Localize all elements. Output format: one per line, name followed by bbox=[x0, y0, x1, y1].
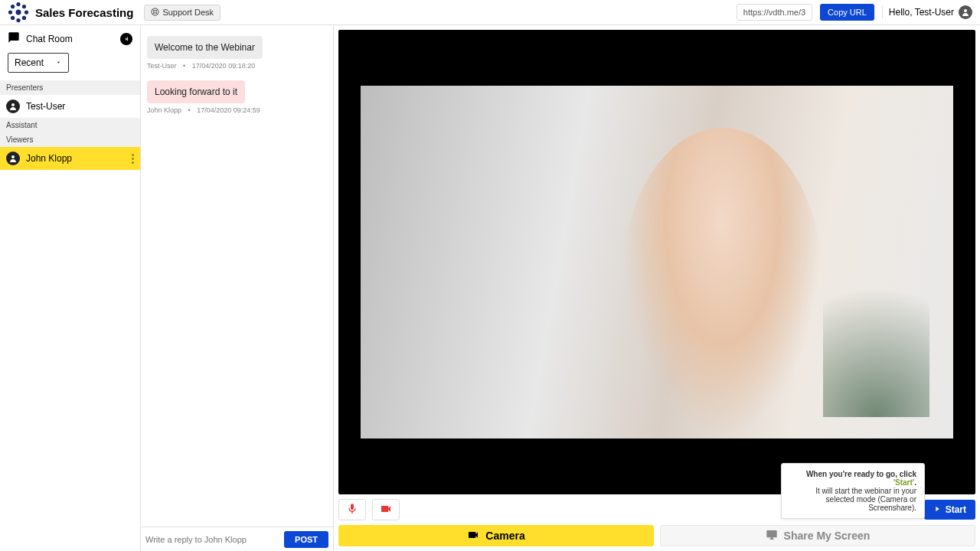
user-greeting: Hello, Test-User bbox=[882, 5, 972, 19]
meta-separator: • bbox=[183, 62, 185, 70]
chat-time: 17/04/2020 09:24:59 bbox=[197, 106, 260, 114]
viewer-name: John Klopp bbox=[26, 153, 72, 164]
mode-camera-label: Camera bbox=[485, 530, 524, 542]
more-icon[interactable] bbox=[132, 154, 134, 164]
expand-icon[interactable] bbox=[120, 33, 132, 45]
svg-point-10 bbox=[154, 10, 157, 13]
mic-toggle-button[interactable] bbox=[338, 499, 366, 520]
chat-author: John Klopp bbox=[147, 106, 181, 114]
chat-time: 17/04/2020 09:18:20 bbox=[192, 62, 256, 70]
greeting-text: Hello, Test-User bbox=[889, 7, 954, 18]
mode-screenshare-button[interactable]: Share My Screen bbox=[660, 525, 975, 546]
chat-room-header: Chat Room bbox=[0, 25, 140, 53]
video-camera-icon bbox=[467, 529, 479, 543]
participants-sidebar: Chat Room Recent Presenters Test-User As… bbox=[0, 25, 141, 551]
user-avatar-icon[interactable] bbox=[959, 5, 972, 19]
svg-point-2 bbox=[16, 18, 20, 22]
header-right: https://vdth.me/3 Copy URL Hello, Test-U… bbox=[737, 4, 972, 21]
svg-point-4 bbox=[24, 10, 28, 14]
section-assistant: Assistant bbox=[0, 118, 140, 132]
svg-point-0 bbox=[16, 10, 21, 15]
support-desk-label: Support Desk bbox=[162, 8, 214, 17]
svg-point-8 bbox=[22, 16, 26, 20]
media-controls: When you're ready to go, click 'Start'. … bbox=[338, 494, 975, 520]
play-icon bbox=[933, 504, 941, 515]
chat-column: Welcome to the Webinar Test-User • 17/04… bbox=[141, 25, 334, 551]
tooltip-line1a: When you're ready to go, click bbox=[806, 470, 916, 478]
compose-bar: POST bbox=[141, 527, 333, 551]
video-preview bbox=[338, 30, 975, 494]
life-ring-icon bbox=[151, 8, 159, 18]
svg-rect-16 bbox=[127, 37, 128, 41]
main-stage: When you're ready to go, click 'Start'. … bbox=[334, 25, 980, 551]
svg-point-7 bbox=[11, 16, 15, 20]
tooltip-start-word: 'Start' bbox=[893, 478, 915, 487]
sort-select-label: Recent bbox=[15, 57, 44, 68]
microphone-icon bbox=[346, 503, 358, 517]
monitor-icon bbox=[766, 529, 778, 543]
chat-author: Test-User bbox=[147, 62, 177, 70]
meta-separator: • bbox=[188, 106, 191, 114]
svg-point-1 bbox=[16, 2, 20, 6]
svg-point-18 bbox=[11, 155, 15, 158]
sort-select[interactable]: Recent bbox=[8, 53, 69, 73]
chat-message-meta: John Klopp • 17/04/2020 09:24:59 bbox=[147, 106, 327, 114]
start-button[interactable]: Start bbox=[924, 500, 975, 520]
presenter-row[interactable]: Test-User bbox=[0, 95, 140, 118]
svg-point-3 bbox=[8, 10, 12, 14]
camera-toggle-button[interactable] bbox=[372, 499, 400, 520]
support-desk-button[interactable]: Support Desk bbox=[144, 5, 220, 21]
section-viewers: Viewers bbox=[0, 132, 140, 147]
chat-message: Looking forward to it bbox=[147, 80, 245, 103]
tooltip-line1c: . bbox=[914, 478, 916, 487]
start-label: Start bbox=[946, 504, 966, 515]
mode-selector: Camera Share My Screen bbox=[338, 520, 975, 546]
svg-point-17 bbox=[11, 103, 15, 106]
app-header: Sales Forecasting Support Desk https://v… bbox=[0, 0, 980, 25]
video-camera-icon bbox=[380, 503, 392, 517]
tooltip-line2: It will start the webinar in your select… bbox=[789, 487, 916, 512]
reply-input[interactable] bbox=[145, 535, 279, 544]
mode-camera-button[interactable]: Camera bbox=[338, 525, 654, 546]
person-icon bbox=[6, 99, 20, 113]
viewer-row-selected[interactable]: John Klopp bbox=[0, 147, 140, 170]
svg-point-15 bbox=[964, 9, 967, 12]
share-url-field[interactable]: https://vdth.me/3 bbox=[737, 4, 812, 21]
chevron-down-icon bbox=[55, 57, 62, 68]
chat-message: Welcome to the Webinar bbox=[147, 36, 263, 59]
section-presenters: Presenters bbox=[0, 80, 140, 95]
chat-room-label: Chat Room bbox=[26, 34, 73, 44]
svg-point-6 bbox=[22, 5, 26, 8]
chat-message-meta: Test-User • 17/04/2020 09:18:20 bbox=[147, 62, 327, 70]
presenter-name: Test-User bbox=[26, 101, 65, 112]
start-tooltip: When you're ready to go, click 'Start'. … bbox=[781, 463, 925, 519]
app-logo-icon bbox=[8, 2, 29, 23]
page-title: Sales Forecasting bbox=[35, 6, 133, 19]
post-button[interactable]: POST bbox=[284, 531, 328, 548]
svg-point-5 bbox=[11, 5, 15, 8]
camera-feed bbox=[361, 86, 953, 439]
mode-screen-label: Share My Screen bbox=[784, 530, 871, 542]
copy-url-button[interactable]: Copy URL bbox=[820, 4, 874, 21]
chat-icon bbox=[8, 31, 20, 47]
person-icon bbox=[6, 152, 20, 165]
